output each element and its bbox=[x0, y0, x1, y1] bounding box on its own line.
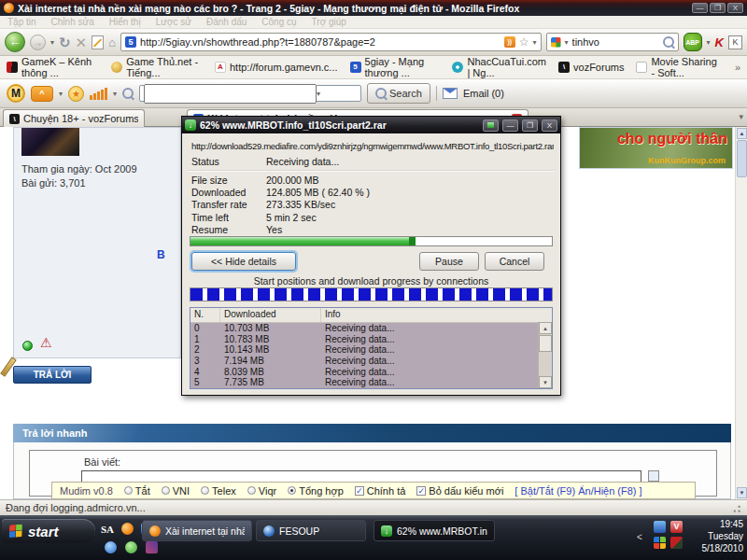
table-scroll-up-icon[interactable]: ▲ bbox=[539, 322, 552, 334]
up-chevron-button[interactable]: ^ bbox=[31, 86, 53, 102]
taskbar-clock[interactable]: 19:45 Tuesday 5/18/2010 bbox=[702, 518, 744, 555]
adblock-plus-icon[interactable]: ABP bbox=[684, 33, 702, 51]
dialog-maximize-button[interactable]: ❐ bbox=[522, 119, 538, 132]
search-button[interactable]: Search bbox=[367, 83, 430, 104]
red-k-addon-icon[interactable]: K bbox=[715, 35, 724, 49]
bookmark-item[interactable]: A http://forum.gamevn.c... bbox=[215, 62, 338, 73]
dialog-titlebar[interactable]: ↓ 62% www.MRBOT.info_tl10Scri.part2.rar … bbox=[182, 117, 560, 133]
toolbar-search-dropdown-icon[interactable]: ▾ bbox=[317, 90, 320, 98]
search-engine-dropdown-icon[interactable]: ▾ bbox=[565, 38, 569, 47]
user-avatar[interactable] bbox=[21, 128, 79, 156]
resize-grip[interactable] bbox=[730, 502, 741, 513]
url-dropdown-icon[interactable]: ▾ bbox=[533, 38, 537, 47]
dialog-close-button[interactable]: X bbox=[542, 119, 557, 132]
maximize-button[interactable]: ❐ bbox=[710, 3, 726, 13]
bookmarks-overflow-icon[interactable]: » bbox=[735, 62, 740, 73]
sa-launcher[interactable]: SA bbox=[101, 524, 114, 535]
quick-launch-icon[interactable] bbox=[146, 541, 158, 553]
hide-details-button[interactable]: << Hide details bbox=[191, 252, 296, 271]
menu-item[interactable]: Hiển thị bbox=[109, 17, 141, 27]
menu-item[interactable]: Đánh dấu bbox=[206, 17, 247, 27]
menu-item[interactable]: Tập tin bbox=[7, 17, 36, 27]
menu-item[interactable]: Chỉnh sửa bbox=[51, 17, 94, 27]
bookmark-item[interactable]: \ vozForums bbox=[558, 62, 624, 73]
quick-launch-icon[interactable] bbox=[105, 541, 117, 553]
tray-icon[interactable] bbox=[670, 537, 683, 549]
back-button[interactable]: ← bbox=[5, 32, 25, 52]
stop-button[interactable]: ✕ bbox=[76, 35, 88, 49]
connection-row[interactable]: 0 10.703 MB Receiving data... bbox=[190, 323, 538, 334]
all-tabs-dropdown-icon[interactable]: ▾ bbox=[739, 112, 743, 121]
search-go-icon[interactable] bbox=[663, 36, 674, 48]
report-warning-icon[interactable]: ⚠ bbox=[40, 335, 52, 350]
dialog-tray-button[interactable] bbox=[483, 119, 499, 132]
connection-row[interactable]: 2 10.143 MB Receiving data... bbox=[190, 344, 538, 356]
bookmark-item[interactable]: Movie Sharing - Soft... bbox=[636, 56, 722, 78]
menu-item[interactable]: Lược sử bbox=[156, 17, 191, 27]
k-addon-icon[interactable]: K bbox=[728, 35, 742, 49]
bookmark-star-icon[interactable]: ☆ bbox=[519, 36, 529, 48]
ad-banner[interactable]: cho người thân KunKunGroup.com bbox=[579, 127, 733, 169]
scroll-up-icon[interactable]: ▲ bbox=[737, 128, 747, 139]
tray-icon[interactable] bbox=[654, 537, 666, 549]
m-logo-icon[interactable]: M bbox=[7, 84, 25, 103]
adblock-dropdown-icon[interactable]: ▾ bbox=[707, 38, 711, 47]
rss-icon[interactable]: )) bbox=[504, 36, 515, 48]
taskbar-task-fesoup[interactable]: FESOUP bbox=[256, 520, 366, 541]
quick-launch-icon[interactable] bbox=[121, 523, 134, 535]
scroll-down-icon[interactable]: ▼ bbox=[737, 487, 747, 498]
mudim-radio-option[interactable]: Viqr bbox=[247, 485, 276, 497]
connection-row[interactable]: 3 7.194 MB Receiving data... bbox=[190, 356, 538, 367]
smiley-box-icon[interactable] bbox=[648, 470, 659, 482]
table-scrollbar[interactable]: ▲ ▼ bbox=[538, 322, 552, 388]
bookmark-item[interactable]: GameK – Kênh thông ... bbox=[7, 56, 99, 78]
mudim-checkbox-option[interactable]: ✓ Chính tả bbox=[355, 485, 406, 497]
email-label[interactable]: Email (0) bbox=[463, 88, 504, 99]
table-scroll-down-icon[interactable]: ▼ bbox=[539, 376, 552, 388]
menu-item[interactable]: Công cụ bbox=[261, 17, 296, 27]
mudim-radio-option[interactable]: VNI bbox=[162, 485, 190, 497]
mudim-hotkeys[interactable]: [ Bật/Tắt (F9) Ẩn/Hiện (F8) ] bbox=[514, 485, 641, 497]
star-button[interactable]: ★ bbox=[68, 86, 84, 102]
connection-row[interactable]: 4 8.039 MB Receiving data... bbox=[190, 367, 538, 378]
cancel-button[interactable]: Cancel bbox=[485, 252, 544, 271]
compose-icon[interactable] bbox=[92, 35, 104, 49]
connection-row[interactable]: 6 8.289 MB Receiving data... bbox=[190, 388, 538, 389]
bars-dropdown-icon[interactable]: ▾ bbox=[113, 90, 117, 98]
mudim-checkbox-option[interactable]: ✓ Bỏ dấu kiểu mới bbox=[416, 485, 503, 497]
reload-button[interactable]: ↻ bbox=[59, 35, 71, 49]
taskbar-task-download[interactable]: ↓ 62% www.MRBOT.in... bbox=[374, 520, 495, 541]
toolbar-search-field[interactable]: ▾ bbox=[139, 85, 361, 102]
bookmark-item[interactable]: Game Thủ.net - Tiếng... bbox=[111, 56, 203, 78]
page-scrollbar[interactable]: ▲ ▼ bbox=[735, 127, 747, 499]
email-icon[interactable] bbox=[443, 88, 458, 99]
dialog-minimize-button[interactable]: — bbox=[502, 119, 518, 132]
toolbar-search-input[interactable] bbox=[144, 84, 317, 104]
pause-button[interactable]: Pause bbox=[419, 252, 479, 271]
history-dropdown-icon[interactable]: ▾ bbox=[50, 38, 54, 47]
search-input[interactable] bbox=[572, 36, 659, 48]
quick-launch-icon[interactable] bbox=[125, 541, 137, 553]
url-bar[interactable]: 5 )) ☆ ▾ bbox=[120, 33, 542, 51]
minimize-button[interactable]: — bbox=[692, 3, 708, 13]
tray-collapse-icon[interactable]: < bbox=[637, 532, 642, 542]
mudim-radio-option[interactable]: Tắt bbox=[124, 485, 150, 497]
tray-icon[interactable] bbox=[654, 521, 666, 533]
reply-button[interactable]: TRẢ LỜI bbox=[13, 366, 92, 384]
bookmark-item[interactable]: NhacCuaTui.com | Ng... bbox=[452, 56, 546, 78]
signal-bars-icon[interactable] bbox=[90, 87, 107, 100]
m-dropdown-icon[interactable]: ▾ bbox=[59, 90, 63, 98]
forward-button[interactable]: → bbox=[30, 35, 46, 50]
start-button[interactable]: start bbox=[2, 519, 95, 543]
table-scroll-thumb[interactable] bbox=[539, 335, 552, 352]
search-box[interactable]: ▾ bbox=[546, 33, 679, 51]
taskbar-task-firefox[interactable]: Xài internet tại nhà nề... bbox=[142, 520, 252, 541]
home-button[interactable]: ⌂ bbox=[108, 35, 116, 49]
connection-row[interactable]: 5 7.735 MB Receiving data... bbox=[190, 377, 538, 388]
mudim-radio-option[interactable]: Telex bbox=[201, 485, 236, 497]
tray-icon[interactable]: V bbox=[670, 521, 683, 533]
close-button[interactable]: X bbox=[727, 3, 743, 13]
menu-item[interactable]: Trợ giúp bbox=[312, 17, 346, 27]
url-input[interactable] bbox=[140, 36, 500, 48]
mudim-radio-option[interactable]: Tổng hợp bbox=[288, 485, 344, 497]
